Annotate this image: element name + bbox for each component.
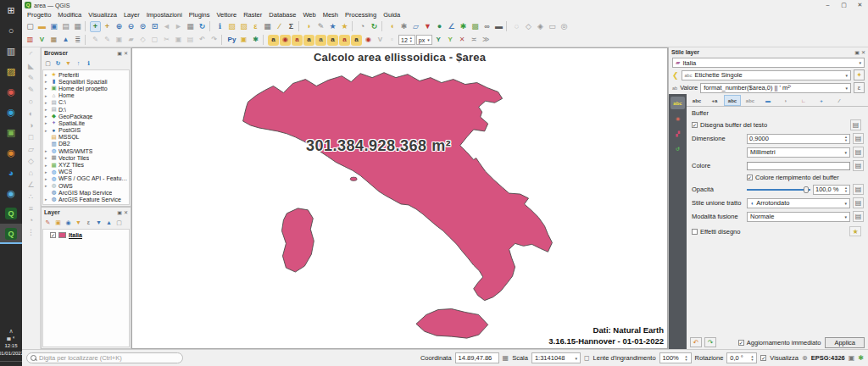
menu-item[interactable]: Modifica — [54, 11, 85, 19]
new-map-view-icon[interactable]: ▱ — [410, 21, 421, 32]
digitize-more-icon[interactable]: ⋮ — [25, 227, 36, 238]
browser-collapse-icon[interactable]: ↑ — [74, 58, 83, 68]
refresh-icon[interactable]: ↻ — [197, 21, 208, 32]
history-tab[interactable]: ↺ — [670, 142, 685, 155]
select-expression-icon[interactable]: ε — [250, 21, 261, 32]
buffer-fill-checkbox[interactable] — [747, 175, 753, 180]
digitize-pen2-icon[interactable]: ✎ — [25, 85, 36, 96]
zoom-last-icon[interactable]: ◄ — [161, 21, 172, 32]
project-save-icon[interactable]: ▣ — [48, 21, 59, 32]
buffer-size-spinner[interactable]: 0,9000 ▲▼ — [747, 134, 850, 144]
layer-styling-icon[interactable]: ✎ — [43, 218, 53, 227]
tray-expand-icon[interactable]: ∧ — [8, 327, 13, 335]
message-balloon-icon[interactable]: ◖ — [387, 21, 398, 32]
python-console-icon[interactable]: Py — [226, 35, 237, 46]
digitize-ellipse-icon[interactable]: ◑ — [25, 120, 36, 131]
taskbar-clock[interactable]: 12:1501/01/2022 — [0, 342, 24, 357]
browser-tree-item[interactable]: ▸ ▣ Home del progetto — [43, 85, 129, 92]
layer-undock-icon[interactable]: ▣ — [117, 209, 122, 215]
save-edits-icon[interactable]: ▣ — [114, 35, 125, 46]
menu-item[interactable]: Web — [299, 11, 319, 19]
pin-unpin-labels-icon[interactable]: a — [303, 35, 314, 46]
browser-tree-item[interactable]: ▸ ★ Preferiti — [43, 71, 129, 78]
swap-direction-icon[interactable]: ≍ — [469, 35, 480, 46]
join-style-combo[interactable]: ◖ Arrotondato▾ — [747, 198, 850, 208]
zoom-in-icon[interactable]: ⊕ — [114, 21, 125, 32]
chrome-icon[interactable]: ◉ — [0, 81, 22, 102]
filter-expression-icon[interactable]: ε — [84, 218, 93, 227]
digitize-rectangle-icon[interactable]: □ — [25, 132, 36, 143]
pan-tool-icon[interactable]: + — [90, 21, 101, 32]
layer-item-italia[interactable]: Italia — [43, 230, 129, 239]
digitize-dots-icon[interactable]: ∴ — [25, 191, 36, 202]
coordinate-field[interactable]: 14.89,47.86 — [455, 352, 499, 363]
tab-shadow[interactable]: ◗ — [777, 95, 794, 106]
layer-diagram-options-icon[interactable]: ◉ — [280, 35, 291, 46]
digitize-circle3p-icon[interactable]: ◐ — [25, 108, 36, 119]
qgis-taskbar-icon[interactable]: Q — [0, 203, 22, 224]
zoom-next-icon[interactable]: ► — [173, 21, 184, 32]
diagram-callout-icon[interactable]: Y — [433, 35, 444, 46]
delete-callout-icon[interactable]: ✕ — [457, 35, 468, 46]
crs-value[interactable]: EPSG:4326 — [811, 354, 845, 362]
menu-item[interactable]: Database — [265, 11, 299, 19]
print-layout-icon[interactable]: ▤ — [60, 21, 71, 32]
opacity-slider[interactable] — [747, 186, 810, 194]
browser-properties-icon[interactable]: ℹ — [84, 58, 93, 68]
deselect-icon[interactable]: ▨ — [238, 21, 249, 32]
menu-item[interactable]: Guida — [380, 11, 403, 19]
menu-item[interactable]: Visualizza — [85, 11, 120, 19]
browser-tree-item[interactable]: ▸ ◆ GeoPackage — [43, 113, 129, 119]
browser-tree-item[interactable]: ▸ ▦ XYZ Tiles — [43, 161, 129, 168]
profile-tool-icon[interactable]: ∠ — [446, 21, 457, 32]
add-delimited-text-icon[interactable]: ≣ — [72, 35, 83, 46]
measure-dropdown-icon[interactable]: ◈ — [535, 21, 546, 32]
digitize-diamond-icon[interactable]: ◇ — [25, 156, 36, 167]
buffer-color-swatch[interactable] — [747, 162, 850, 170]
lock-scale-icon[interactable]: ◻ — [584, 354, 590, 362]
color-override-icon[interactable]: ▤ — [853, 160, 864, 171]
labels-tab[interactable]: abc — [670, 97, 685, 109]
browser-tree-item[interactable]: ▸ ✦ SpatiaLite — [43, 119, 129, 126]
opacity-spinner[interactable]: 100,0 % ▲▼ — [813, 185, 850, 195]
rotation-spinner[interactable]: 0,0 ° ▲▼ — [726, 352, 757, 363]
photos-icon[interactable]: ▣ — [0, 122, 22, 142]
change-label-icon[interactable]: a — [351, 35, 362, 46]
processing-toolbox-icon[interactable]: ✱ — [458, 21, 469, 32]
messages-icon[interactable]: ▣ — [849, 354, 855, 362]
browser-tree-item[interactable]: ▸ ◍ WCS — [43, 169, 129, 175]
start-button[interactable]: ⊞ — [0, 0, 22, 20]
live-update-checkbox[interactable] — [738, 340, 744, 346]
scale-combo[interactable]: 1:3141048▾ — [531, 352, 581, 363]
magnifier-spinner[interactable]: 100% ▲▼ — [659, 352, 692, 363]
telegram-icon[interactable]: ◉ — [0, 102, 22, 122]
buffer-unit-combo[interactable]: Millimetri▾ — [747, 147, 850, 158]
style-undo-button[interactable]: ↶ — [690, 337, 702, 347]
browser-tree-item[interactable]: ▸ ▥ DB2 — [43, 141, 129, 147]
tab-mask[interactable]: abc — [742, 95, 759, 106]
add-mesh-layer-icon[interactable]: ▲ — [60, 35, 71, 46]
map-refresh-icon[interactable]: ↻ — [369, 21, 380, 32]
browser-tree-item[interactable]: ▸ ◍ ArcGIS Feature Service — [43, 196, 129, 202]
current-edits-icon[interactable]: ✎ — [90, 35, 101, 46]
tab-callouts[interactable]: ∟ — [795, 95, 812, 106]
add-vector-layer-icon[interactable]: V — [36, 35, 47, 46]
new-3d-map-icon[interactable]: ▦ — [185, 21, 196, 32]
toggle-editing-icon[interactable]: ✎ — [102, 35, 113, 46]
remove-layer-icon[interactable]: ▢ — [114, 218, 124, 227]
style-close-icon[interactable]: ✕ — [861, 49, 865, 55]
extent-icon[interactable]: ▦ — [503, 354, 509, 362]
identify-icon[interactable]: ℹ — [214, 21, 225, 32]
draw-buffer-override-icon[interactable]: ▤ — [850, 119, 861, 130]
redo-icon[interactable]: ↷ — [209, 35, 220, 46]
render-checkbox[interactable] — [760, 355, 766, 361]
join-override-icon[interactable]: ▤ — [853, 197, 864, 208]
statistics-icon[interactable]: Σ — [286, 21, 297, 32]
browser-tree-item[interactable]: ▸ ● PostGIS — [43, 127, 129, 134]
temporal-controller-icon[interactable]: ◔ — [357, 21, 368, 32]
map-tips-icon[interactable]: ◗ — [303, 21, 314, 32]
file-explorer-icon[interactable]: ▨ — [0, 61, 22, 81]
browser-tree-item[interactable]: ▸ ◍ WFS / OGC API - Features — [43, 175, 129, 182]
menu-item[interactable]: Raster — [240, 11, 265, 19]
bookmark-icon[interactable]: ★ — [327, 21, 338, 32]
